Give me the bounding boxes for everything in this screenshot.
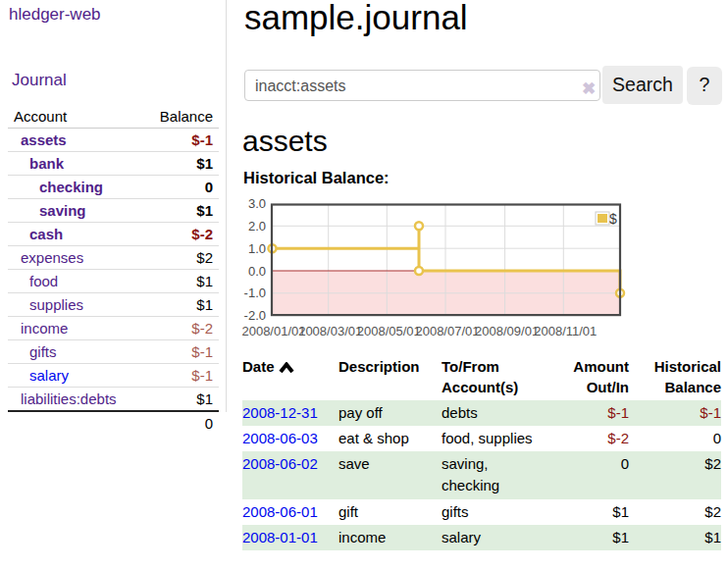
svg-text:0.0: 0.0 [248, 264, 266, 279]
svg-text:$: $ [609, 211, 617, 227]
svg-text:2.0: 2.0 [248, 219, 266, 234]
svg-text:2008/07/01: 2008/07/01 [415, 324, 479, 338]
svg-text:2008/05/01: 2008/05/01 [357, 324, 421, 338]
svg-text:3.0: 3.0 [248, 196, 266, 211]
svg-text:-1.0: -1.0 [244, 286, 266, 300]
svg-text:2008/01/01: 2008/01/01 [241, 324, 305, 338]
svg-text:1.0: 1.0 [248, 241, 266, 256]
svg-text:-2.0: -2.0 [244, 308, 266, 323]
svg-text:2008/09/01: 2008/09/01 [475, 324, 539, 338]
svg-text:2008/11/01: 2008/11/01 [534, 324, 597, 338]
svg-text:2008/03/01: 2008/03/01 [298, 324, 362, 338]
